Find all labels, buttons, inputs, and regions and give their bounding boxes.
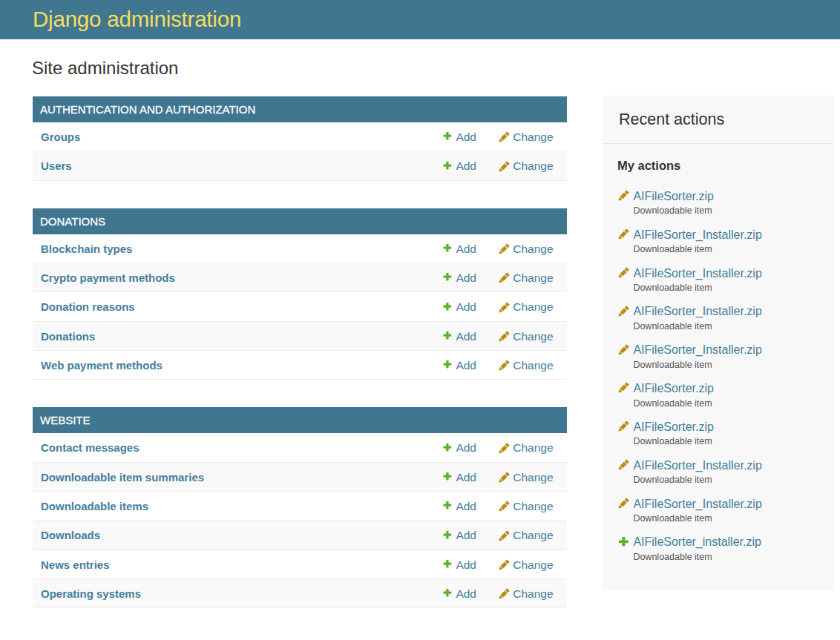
change-label: Change — [513, 158, 553, 173]
action-icon — [617, 190, 629, 205]
pencil-icon — [497, 243, 510, 256]
change-link[interactable]: Change — [497, 579, 554, 607]
recent-action-item: AIFileSorter_installer.zip Downloadable … — [603, 535, 834, 574]
pencil-icon — [497, 302, 510, 314]
model-link[interactable]: Contact messages — [41, 433, 140, 461]
add-label: Add — [456, 586, 476, 601]
model-link[interactable]: Downloadable item summaries — [41, 463, 204, 491]
my-actions-heading: My actions — [617, 159, 834, 173]
change-label: Change — [513, 329, 553, 343]
model-link[interactable]: News entries — [41, 550, 110, 578]
plus-icon — [442, 530, 452, 541]
recent-action-link[interactable]: AIFileSorter.zip — [633, 190, 834, 203]
change-link[interactable]: Change — [497, 322, 554, 350]
change-link[interactable]: Change — [497, 263, 554, 291]
add-label: Add — [456, 129, 476, 144]
model-link[interactable]: Crypto payment methods — [41, 263, 175, 291]
recent-action-item: AIFileSorter.zip Downloadable item — [603, 190, 834, 228]
pencil-icon — [617, 382, 629, 395]
add-link[interactable]: Add — [442, 463, 476, 491]
model-link[interactable]: Downloadable items — [41, 492, 148, 520]
recent-action-type: Downloadable item — [633, 552, 834, 562]
recent-action-link[interactable]: AIFileSorter.zip — [633, 382, 834, 395]
app-module: DONATIONS Blockchain types Add Change Cr… — [33, 208, 567, 380]
add-link[interactable]: Add — [442, 550, 476, 578]
action-icon — [617, 382, 629, 397]
pencil-icon — [617, 190, 629, 202]
model-link[interactable]: Groups — [41, 122, 80, 151]
recent-action-link[interactable]: AIFileSorter_Installer.zip — [633, 459, 834, 472]
change-link[interactable]: Change — [497, 292, 554, 320]
model-link[interactable]: Operating systems — [41, 579, 141, 607]
add-label: Add — [456, 241, 476, 256]
recent-action-item: AIFileSorter_Installer.zip Downloadable … — [603, 459, 834, 498]
pencil-icon — [497, 360, 510, 372]
module-caption[interactable]: WEBSITE — [33, 407, 567, 433]
recent-action-item: AIFileSorter.zip Downloadable item — [603, 420, 834, 459]
module-caption[interactable]: AUTHENTICATION AND AUTHORIZATION — [33, 96, 567, 122]
recent-action-link[interactable]: AIFileSorter_installer.zip — [633, 535, 834, 549]
model-link[interactable]: Users — [41, 151, 72, 179]
recent-action-type: Downloadable item — [633, 283, 834, 293]
change-link[interactable]: Change — [497, 433, 554, 461]
model-row: Downloadable items Add Change — [33, 492, 567, 521]
plus-icon — [442, 443, 452, 453]
site-name[interactable]: Django administration — [33, 7, 241, 32]
add-link[interactable]: Add — [442, 234, 476, 263]
change-link[interactable]: Change — [497, 492, 554, 520]
recent-action-link[interactable]: AIFileSorter_Installer.zip — [633, 343, 834, 357]
add-link[interactable]: Add — [442, 122, 476, 151]
recent-action-link[interactable]: AIFileSorter_Installer.zip — [633, 498, 834, 511]
change-link[interactable]: Change — [497, 234, 554, 263]
change-label: Change — [513, 357, 553, 372]
model-row: Users Add Change — [33, 151, 567, 180]
module-caption[interactable]: DONATIONS — [33, 208, 567, 234]
add-link[interactable]: Add — [442, 492, 476, 520]
recent-action-link[interactable]: AIFileSorter_Installer.zip — [633, 267, 834, 280]
model-link[interactable]: Donation reasons — [41, 292, 135, 320]
change-link[interactable]: Change — [497, 151, 554, 179]
model-row: Web payment methods Add Change — [33, 351, 567, 380]
change-link[interactable]: Change — [497, 122, 554, 151]
pencil-icon — [497, 559, 510, 572]
recent-action-link[interactable]: AIFileSorter.zip — [633, 420, 834, 434]
pencil-icon — [617, 267, 629, 280]
model-link[interactable]: Web payment methods — [41, 351, 163, 379]
change-label: Change — [513, 129, 553, 144]
model-link[interactable]: Blockchain types — [41, 234, 132, 263]
recent-action-type: Downloadable item — [633, 398, 834, 409]
model-row: News entries Add Change — [33, 550, 567, 579]
recent-action-type: Downloadable item — [633, 475, 834, 485]
model-link[interactable]: Donations — [41, 322, 95, 350]
pencil-icon — [617, 459, 629, 472]
pencil-icon — [497, 131, 510, 144]
add-link[interactable]: Add — [442, 322, 476, 350]
recent-action-link[interactable]: AIFileSorter_Installer.zip — [633, 228, 834, 242]
recent-actions-panel: Recent actions My actions AIFileSorter.z… — [603, 96, 834, 590]
add-link[interactable]: Add — [442, 579, 476, 607]
plus-icon — [442, 472, 452, 482]
add-link[interactable]: Add — [442, 263, 476, 291]
recent-action-type: Downloadable item — [633, 244, 834, 254]
add-link[interactable]: Add — [442, 351, 476, 379]
add-link[interactable]: Add — [442, 521, 476, 549]
plus-icon — [442, 588, 452, 598]
action-icon — [617, 459, 629, 475]
plus-icon — [442, 243, 452, 254]
change-label: Change — [513, 527, 553, 542]
add-link[interactable]: Add — [442, 433, 476, 461]
change-link[interactable]: Change — [497, 521, 554, 549]
pencil-icon — [497, 501, 510, 513]
plus-icon — [442, 302, 452, 312]
change-link[interactable]: Change — [497, 550, 554, 578]
app-header: Django administration — [0, 0, 840, 39]
pencil-icon — [617, 344, 629, 357]
recent-action-link[interactable]: AIFileSorter_Installer.zip — [633, 305, 834, 318]
change-link[interactable]: Change — [497, 463, 554, 491]
model-link[interactable]: Downloads — [41, 521, 100, 549]
add-link[interactable]: Add — [442, 292, 476, 320]
recent-action-type: Downloadable item — [633, 321, 834, 331]
add-label: Add — [456, 357, 476, 372]
add-link[interactable]: Add — [442, 151, 476, 179]
change-link[interactable]: Change — [497, 351, 554, 379]
